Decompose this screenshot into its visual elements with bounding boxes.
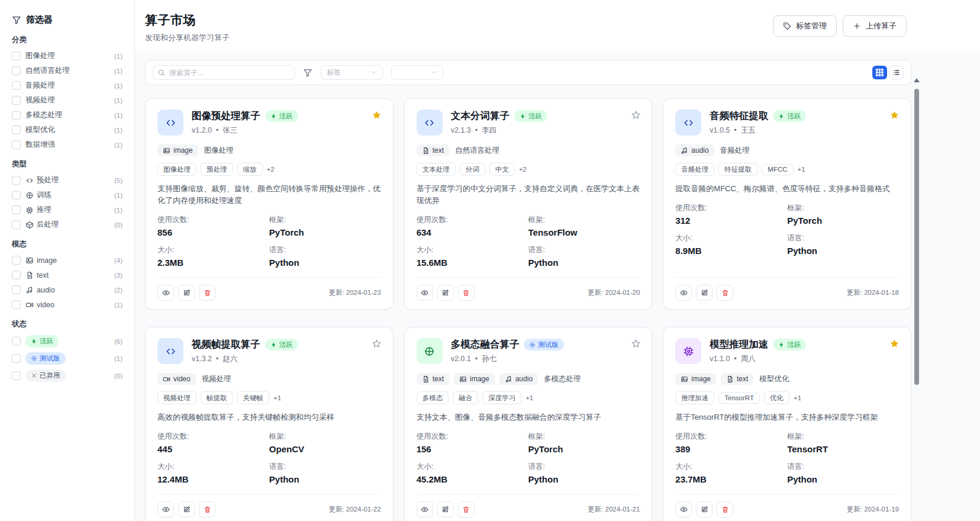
edit-button[interactable] — [178, 501, 195, 517]
modality-label: audio — [691, 146, 708, 155]
edit-button[interactable] — [178, 285, 195, 301]
filter-checkbox[interactable] — [12, 220, 21, 229]
delete-button[interactable] — [717, 501, 733, 517]
framework-value: TensorFlow — [528, 227, 640, 237]
video-icon — [25, 301, 34, 309]
grid-view-button[interactable] — [872, 66, 887, 79]
operator-description: 基于深度学习的中文分词算子，支持自定义词典，在医学文本上表现优异 — [417, 183, 640, 207]
edit-button[interactable] — [696, 285, 713, 301]
view-button[interactable] — [157, 501, 174, 517]
tag-filter-select[interactable]: 标签 — [321, 65, 383, 80]
modality-row: image图像处理 — [157, 144, 381, 156]
view-button[interactable] — [157, 285, 174, 301]
stats-grid: 使用次数:389框架:TensorRT大小:23.7MB语言:Python — [675, 432, 899, 484]
trash-icon — [462, 506, 470, 513]
filter-checkbox[interactable] — [12, 354, 21, 363]
delete-button[interactable] — [199, 285, 215, 301]
star-icon — [889, 110, 900, 120]
modality-label: image — [691, 375, 711, 383]
delete-button[interactable] — [199, 501, 215, 517]
view-button[interactable] — [417, 285, 433, 301]
modality-row: video视频处理 — [157, 373, 381, 385]
edit-icon — [183, 289, 191, 297]
edit-button[interactable] — [437, 501, 454, 517]
filter-checkbox[interactable] — [12, 371, 21, 380]
operator-name: 文本分词算子 — [451, 110, 510, 123]
operator-description: 高效的视频帧提取算子，支持关键帧检测和均匀采样 — [157, 411, 381, 423]
favorite-star-button[interactable] — [628, 107, 643, 123]
scrollbar-thumb[interactable] — [914, 89, 919, 385]
tag-chip: 缩放 — [237, 163, 263, 176]
filter-item: video(1) — [12, 300, 122, 310]
filter-checkbox[interactable] — [12, 191, 21, 200]
favorite-star-button[interactable] — [369, 107, 385, 123]
modality-chip: image — [675, 373, 716, 385]
view-button[interactable] — [417, 501, 433, 517]
modality-label: video — [173, 375, 191, 383]
trash-icon — [204, 289, 211, 297]
chevron-down-icon — [431, 69, 437, 76]
size-stat: 大小:45.2MB — [417, 462, 528, 484]
card-actions — [675, 285, 733, 301]
filter-checkbox[interactable] — [12, 337, 21, 346]
delete-button[interactable] — [458, 501, 475, 517]
filter-checkbox[interactable] — [12, 96, 21, 105]
edit-button[interactable] — [437, 285, 454, 301]
tag-manage-button[interactable]: 标签管理 — [773, 15, 837, 37]
size-value: 23.7MB — [675, 474, 787, 484]
filter-checkbox[interactable] — [12, 66, 21, 75]
filter-item-label: 视频处理 — [25, 95, 55, 105]
size-value: 45.2MB — [417, 474, 528, 484]
language-stat: 语言:Python — [787, 462, 899, 484]
trash-icon — [204, 506, 211, 513]
secondary-filter-select[interactable] — [391, 65, 443, 80]
star-icon — [889, 339, 900, 349]
filter-checkbox[interactable] — [12, 256, 21, 265]
view-button[interactable] — [675, 285, 692, 301]
operator-name: 音频特征提取 — [710, 110, 768, 123]
filter-checkbox[interactable] — [12, 285, 21, 294]
list-view-button[interactable] — [889, 66, 904, 79]
card-footer: 更新: 2024-01-18 — [675, 277, 899, 301]
gear-icon — [31, 355, 37, 362]
view-button[interactable] — [675, 501, 692, 517]
status-badge: 测试版 — [524, 339, 564, 350]
delete-button[interactable] — [717, 285, 733, 301]
filter-item: 图像处理(1) — [12, 51, 122, 61]
vertical-scrollbar[interactable] — [914, 78, 920, 521]
search-input[interactable] — [153, 65, 295, 80]
filter-checkbox[interactable] — [12, 140, 21, 149]
filter-checkbox[interactable] — [12, 81, 21, 90]
upload-operator-button[interactable]: 上传算子 — [843, 15, 907, 37]
eye-icon — [680, 289, 688, 297]
eye-icon — [421, 506, 428, 513]
modality-chip: text — [417, 373, 449, 385]
filter-count: (1) — [114, 97, 122, 104]
category-label: 图像处理 — [204, 146, 234, 156]
badge-label: 测试版 — [40, 354, 60, 363]
usage-stat: 使用次数:312 — [675, 203, 787, 226]
filter-checkbox[interactable] — [12, 300, 21, 309]
filter-title-text: 筛选器 — [26, 14, 53, 25]
favorite-star-button[interactable] — [369, 336, 385, 351]
favorite-star-button[interactable] — [628, 336, 643, 351]
filter-checkbox[interactable] — [12, 52, 21, 60]
delete-button[interactable] — [458, 285, 475, 301]
filter-checkbox[interactable] — [12, 271, 21, 279]
favorite-star-button[interactable] — [887, 107, 902, 123]
operator-description: 支持文本、图像、音频多模态数据融合的深度学习算子 — [417, 411, 640, 423]
size-stat: 大小:15.6MB — [417, 245, 528, 268]
favorite-star-button[interactable] — [887, 336, 902, 351]
tag-chip: 优化 — [764, 391, 789, 404]
operator-card: 视频帧提取算子活跃v1.3.2 • 赵六video视频处理视频处理帧提取关键帧+… — [145, 327, 394, 521]
edit-button[interactable] — [696, 501, 713, 517]
filter-checkbox[interactable] — [12, 205, 21, 214]
filter-checkbox[interactable] — [12, 126, 21, 134]
filter-checkbox[interactable] — [12, 176, 21, 185]
scrollbar-up-arrow[interactable] — [914, 78, 920, 82]
operator-name: 模型推理加速 — [710, 338, 768, 351]
filter-count: (1) — [114, 112, 122, 119]
x-icon — [31, 372, 37, 379]
filter-checkbox[interactable] — [12, 111, 21, 120]
category-label: 多模态处理 — [544, 374, 581, 384]
